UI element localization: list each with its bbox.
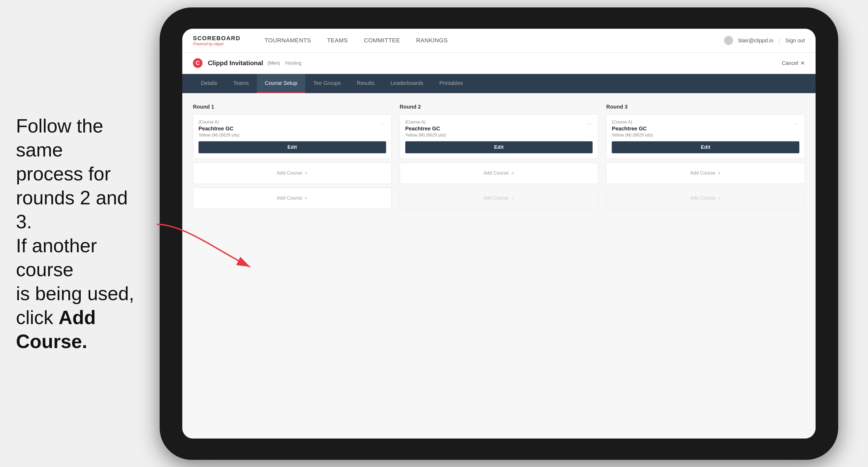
add-course-card-r2-2: Add Course + [400,188,598,209]
user-avatar [724,36,733,45]
tab-results[interactable]: Results [349,74,383,93]
brand-title: SCOREBOARD [193,35,241,42]
card-header-r3: (Course A) Peachtree GC Yellow (M) (6629… [612,120,799,141]
add-course-text-r3-1: Add Course + [690,170,721,177]
user-email: blair@clippd.io [738,37,773,44]
add-course-text-r3-2: Add Course + [690,195,721,202]
round-3-course-card: (Course A) Peachtree GC Yellow (M) (6629… [606,114,805,159]
add-course-card-r1-1[interactable]: Add Course + [193,163,392,184]
round-1-header: Round 1 [193,104,392,110]
top-nav: SCOREBOARD Powered by clippd TOURNAMENTS… [182,29,815,53]
tab-details[interactable]: Details [193,74,225,93]
add-course-card-r2-1[interactable]: Add Course + [400,163,598,184]
nav-rankings[interactable]: RANKINGS [408,37,456,44]
round-3-header: Round 3 [606,104,805,110]
brand: SCOREBOARD Powered by clippd [193,35,241,46]
course-label-r3: (Course A) [612,120,793,125]
tablet-screen: SCOREBOARD Powered by clippd TOURNAMENTS… [182,29,815,438]
rounds-container: Round 1 (Course A) Peachtree GC Yellow (… [193,104,805,213]
card-info: (Course A) Peachtree GC Yellow (M) (6629… [198,120,379,141]
edit-course-button-r1[interactable]: Edit [198,141,386,153]
card-header-r2: (Course A) Peachtree GC Yellow (M) (6629… [405,120,593,141]
card-menu-icon[interactable]: ⋯ [379,120,386,128]
tab-teams[interactable]: Teams [225,74,257,93]
nav-teams[interactable]: TEAMS [319,37,356,44]
nav-tournaments[interactable]: TOURNAMENTS [256,37,319,44]
plus-icon-r2-2: + [511,195,514,202]
edit-course-button-r3[interactable]: Edit [612,141,799,153]
round-2-header: Round 2 [400,104,598,110]
add-course-text-2: Add Course + [277,195,308,202]
nav-right: blair@clippd.io | Sign out [724,36,805,45]
sub-nav: C Clippd Invitational (Men) Hosting Canc… [182,53,815,74]
card-menu-icon-r3[interactable]: ⋯ [793,120,799,128]
course-name-r3: Peachtree GC [612,126,793,132]
add-course-text: Add Course + [277,170,308,177]
card-menu-icon-r2[interactable]: ⋯ [586,120,593,128]
course-detail-r2: Yellow (M) (6629 yds) [405,133,586,137]
round-3-column: Round 3 (Course A) Peachtree GC Yellow (… [606,104,805,213]
hosting-label: Hosting [285,60,302,66]
plus-icon-r3-1: + [718,170,721,177]
tab-printables[interactable]: Printables [431,74,471,93]
main-content: Round 1 (Course A) Peachtree GC Yellow (… [182,93,815,438]
cancel-button[interactable]: Cancel ✕ [782,60,805,66]
tab-course-setup[interactable]: Course Setup [257,74,305,93]
course-label-r2: (Course A) [405,120,586,125]
add-course-text-r2-1: Add Course + [484,170,514,177]
edit-course-button-r2[interactable]: Edit [405,141,593,153]
course-detail: Yellow (M) (6629 yds) [198,133,379,137]
nav-committee[interactable]: COMMITTEE [356,37,408,44]
card-info-r2: (Course A) Peachtree GC Yellow (M) (6629… [405,120,586,141]
add-course-text-r2-2: Add Course + [484,195,514,202]
tournament-gender-badge: (Men) [268,60,280,66]
add-course-card-r1-2[interactable]: Add Course + [193,188,392,209]
round-1-column: Round 1 (Course A) Peachtree GC Yellow (… [193,104,392,213]
plus-icon-r2-1: + [511,170,514,177]
nav-links: TOURNAMENTS TEAMS COMMITTEE RANKINGS [256,37,724,44]
course-name: Peachtree GC [198,126,379,132]
add-course-card-r3-1[interactable]: Add Course + [606,163,805,184]
plus-icon: + [304,170,308,177]
course-label: (Course A) [198,120,379,125]
plus-icon-2: + [304,195,308,202]
sign-out-link[interactable]: Sign out [785,37,805,44]
course-detail-r3: Yellow (M) (6629 yds) [612,133,793,137]
tab-tee-groups[interactable]: Tee Groups [305,74,349,93]
card-info-r3: (Course A) Peachtree GC Yellow (M) (6629… [612,120,793,141]
tab-leaderboards[interactable]: Leaderboards [382,74,431,93]
tablet-frame: SCOREBOARD Powered by clippd TOURNAMENTS… [160,7,838,460]
separator: | [779,37,780,44]
round-2-column: Round 2 (Course A) Peachtree GC Yellow (… [400,104,598,213]
instruction-text: Follow the same process for rounds 2 and… [0,103,154,364]
round-1-course-card: (Course A) Peachtree GC Yellow (M) (6629… [193,114,392,159]
tab-bar: Details Teams Course Setup Tee Groups Re… [182,74,815,93]
course-name-r2: Peachtree GC [405,126,586,132]
plus-icon-r3-2: + [718,195,721,202]
brand-sub: Powered by clippd [193,42,241,46]
round-2-course-card: (Course A) Peachtree GC Yellow (M) (6629… [400,114,598,159]
tournament-title: Clippd Invitational [208,59,263,67]
close-icon: ✕ [800,60,805,66]
card-header: (Course A) Peachtree GC Yellow (M) (6629… [198,120,386,141]
clippd-logo: C [193,58,203,68]
add-course-card-r3-2: Add Course + [606,188,805,209]
